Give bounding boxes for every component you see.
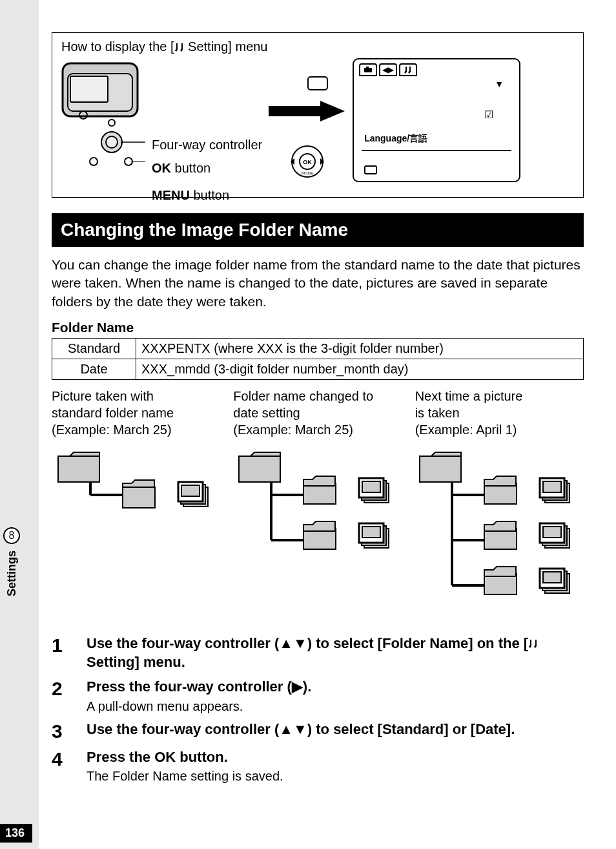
menu-label: MENU button: [152, 183, 262, 207]
table-row: Standard XXXPENTX (where XXX is the 3-di…: [52, 339, 584, 359]
step-2-sub: A pull-down menu appears.: [87, 699, 584, 714]
caption-1: Picture taken with standard folder name …: [52, 388, 220, 438]
folder-name-table: Standard XXXPENTX (where XXX is the 3-di…: [52, 338, 584, 380]
cell-date-key: Date: [52, 359, 136, 380]
device-screen: ◀▶ ▼ ☑ Language/言語: [353, 58, 520, 182]
wrench-icon: [528, 638, 539, 649]
step-1-text: Use the four-way controller (▲▼) to sele…: [87, 634, 584, 671]
caption-2: Folder name changed to date setting (Exa…: [233, 388, 402, 438]
screen-menu-icon: [364, 165, 377, 174]
side-tab: 8 Settings: [0, 527, 23, 599]
fourway-label: Four-way controller: [152, 133, 262, 156]
svg-point-5: [106, 136, 118, 148]
svg-rect-28: [181, 485, 200, 496]
step-2: 2 Press the four-way controller (▶). A p…: [52, 678, 584, 714]
chapter-number-badge: 8: [3, 527, 20, 544]
svg-rect-19: [364, 68, 372, 72]
check-icon: ☑: [484, 109, 493, 121]
arrow-right-icon: [269, 98, 346, 124]
folder-diagram-3: [413, 445, 581, 613]
menu-button-icon: [307, 76, 328, 90]
wrench-icon: [174, 42, 185, 52]
svg-text:OK: OK: [303, 159, 312, 165]
svg-marker-12: [269, 101, 345, 121]
tab-arrows-icon: ◀▶: [379, 63, 397, 76]
screen-language-label: Language/言語: [364, 133, 427, 145]
svg-rect-62: [543, 572, 561, 583]
ok-label: OK button: [152, 156, 262, 180]
svg-rect-54: [543, 481, 561, 492]
svg-rect-32: [239, 456, 280, 482]
cell-standard-val: XXXPENTX (where XXX is the 3-digit folde…: [136, 339, 584, 359]
section-heading: Changing the Image Folder Name: [52, 213, 584, 247]
chapter-label: Settings: [5, 550, 19, 596]
step-4: 4 Press the OK button. The Folder Name s…: [52, 748, 584, 784]
step-2-text: Press the four-way controller (▶).: [87, 678, 584, 697]
svg-rect-2: [70, 76, 108, 102]
cell-standard-key: Standard: [52, 339, 136, 359]
svg-rect-20: [366, 67, 369, 68]
folder-name-subhead: Folder Name: [52, 320, 584, 335]
step-4-sub: The Folder Name setting is saved.: [87, 769, 584, 784]
howto-middle: OK MODE: [269, 58, 346, 187]
ok-pad-icon: OK MODE: [288, 142, 327, 181]
step-4-text: Press the OK button.: [87, 748, 584, 767]
howto-labels: Four-way controller OK button MENU butto…: [152, 133, 262, 207]
camera-illustration: [61, 58, 145, 187]
svg-rect-58: [543, 527, 561, 538]
howto-title: How to display the [ Setting] menu: [61, 39, 574, 54]
step-1: 1 Use the four-way controller (▲▼) to se…: [52, 634, 584, 671]
svg-rect-23: [58, 456, 99, 482]
section-paragraph: You can change the image folder name fro…: [52, 256, 584, 311]
step-3-text: Use the four-way controller (▲▼) to sele…: [87, 720, 584, 739]
dropdown-arrow-icon: ▼: [495, 79, 504, 89]
svg-text:MODE: MODE: [302, 171, 313, 175]
table-row: Date XXX_mmdd (3-digit folder number_mon…: [52, 359, 584, 380]
folder-diagram-1: [52, 445, 220, 522]
page-number: 136: [0, 824, 32, 843]
tab-wrench-icon: [399, 63, 417, 76]
folder-diagrams: [52, 445, 584, 613]
svg-rect-47: [420, 456, 461, 482]
page-content: How to display the [ Setting] menu: [52, 32, 584, 790]
tab-camera-icon: [359, 63, 377, 76]
svg-point-6: [108, 120, 115, 126]
svg-rect-42: [362, 527, 380, 538]
howto-box: How to display the [ Setting] menu: [52, 32, 584, 198]
step-3: 3 Use the four-way controller (▲▼) to se…: [52, 720, 584, 742]
caption-row: Picture taken with standard folder name …: [52, 388, 584, 438]
svg-rect-38: [362, 481, 380, 492]
divider: [362, 150, 511, 151]
steps-list: 1 Use the four-way controller (▲▼) to se…: [52, 634, 584, 784]
folder-diagram-2: [232, 445, 400, 567]
left-margin: [0, 0, 39, 849]
cell-date-val: XXX_mmdd (3-digit folder number_month da…: [136, 359, 584, 380]
svg-point-7: [90, 158, 98, 165]
caption-3: Next time a picture is taken (Example: A…: [415, 388, 584, 438]
svg-rect-24: [123, 487, 155, 508]
